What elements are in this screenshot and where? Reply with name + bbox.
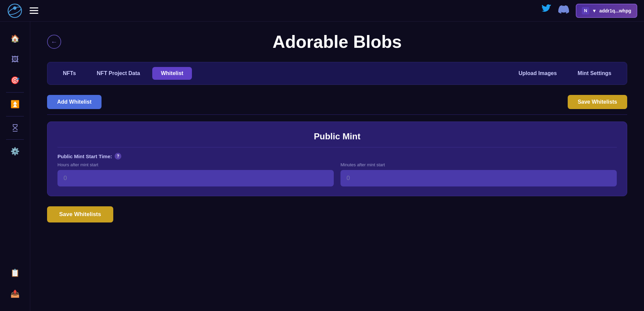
- logo-icon[interactable]: [7, 3, 23, 19]
- minutes-label: Minutes after mint start: [340, 162, 617, 167]
- action-row: Add Whitelist Save Whitelists: [47, 95, 627, 115]
- topbar-left: [7, 3, 38, 19]
- public-mint-title: Public Mint: [57, 131, 617, 147]
- page-title-row: ← Adorable Blobs: [47, 32, 627, 52]
- tab-mint-settings[interactable]: Mint Settings: [569, 67, 620, 80]
- hours-col: Hours after mint start: [57, 162, 334, 186]
- content-area: ← Adorable Blobs NFTs NFT Project Data W…: [30, 22, 644, 311]
- minutes-col: Minutes after mint start: [340, 162, 617, 186]
- sidebar-divider-3: [6, 139, 24, 140]
- discord-icon[interactable]: [558, 4, 569, 17]
- tab-nft-project-data[interactable]: NFT Project Data: [88, 67, 149, 80]
- wallet-button[interactable]: N ▼ addr1q...whpg: [576, 4, 637, 18]
- main-layout: 🏠 🖼 🎯 ⏫ ⚙️ 📋 📤 ← Adorable Blobs NFTs NFT…: [0, 22, 644, 311]
- hamburger-icon[interactable]: [30, 7, 38, 14]
- hours-input[interactable]: [57, 170, 334, 186]
- sidebar-item-settings[interactable]: ⚙️: [0, 141, 30, 162]
- minutes-input[interactable]: [340, 170, 617, 186]
- add-whitelist-button[interactable]: Add Whitelist: [47, 95, 102, 109]
- svg-point-2: [13, 6, 16, 10]
- sidebar-item-docs[interactable]: 📋: [0, 263, 30, 283]
- sidebar-item-target[interactable]: 🎯: [0, 70, 30, 91]
- sidebar-item-export[interactable]: 📤: [0, 283, 30, 304]
- tab-upload-images[interactable]: Upload Images: [510, 67, 566, 80]
- hours-label: Hours after mint start: [57, 162, 334, 167]
- sidebar-item-hourglass[interactable]: [0, 118, 30, 138]
- sidebar-bottom: 📋 📤: [0, 263, 30, 304]
- save-whitelists-button-bottom[interactable]: Save Whitelists: [47, 206, 113, 222]
- page-title: Adorable Blobs: [273, 32, 402, 52]
- tab-nfts[interactable]: NFTs: [54, 67, 85, 80]
- topbar: N ▼ addr1q...whpg: [0, 0, 644, 22]
- topbar-right: N ▼ addr1q...whpg: [541, 4, 637, 18]
- sidebar-item-gallery[interactable]: 🖼: [0, 49, 30, 70]
- input-row: Hours after mint start Minutes after min…: [57, 162, 617, 186]
- sidebar-divider-1: [6, 92, 24, 93]
- save-whitelists-button-top[interactable]: Save Whitelists: [568, 95, 627, 109]
- start-time-label: Public Mint Start Time:: [57, 153, 112, 159]
- help-icon[interactable]: ?: [115, 153, 121, 160]
- tabs-container: NFTs NFT Project Data Whitelist Upload I…: [47, 62, 627, 85]
- sidebar-item-boost[interactable]: ⏫: [0, 94, 30, 115]
- public-mint-card: Public Mint Public Mint Start Time: ? Ho…: [47, 122, 627, 196]
- sidebar-divider-2: [6, 116, 24, 116]
- sidebar-item-home[interactable]: 🏠: [0, 28, 30, 49]
- wallet-logo: N: [582, 7, 589, 14]
- twitter-icon[interactable]: [541, 4, 552, 17]
- wallet-chevron: ▼: [592, 8, 597, 13]
- sidebar: 🏠 🖼 🎯 ⏫ ⚙️ 📋 📤: [0, 22, 30, 311]
- wallet-address: addr1q...whpg: [599, 8, 631, 13]
- tab-whitelist[interactable]: Whitelist: [152, 67, 192, 80]
- back-button[interactable]: ←: [47, 35, 61, 49]
- field-label-row: Public Mint Start Time: ?: [57, 153, 617, 160]
